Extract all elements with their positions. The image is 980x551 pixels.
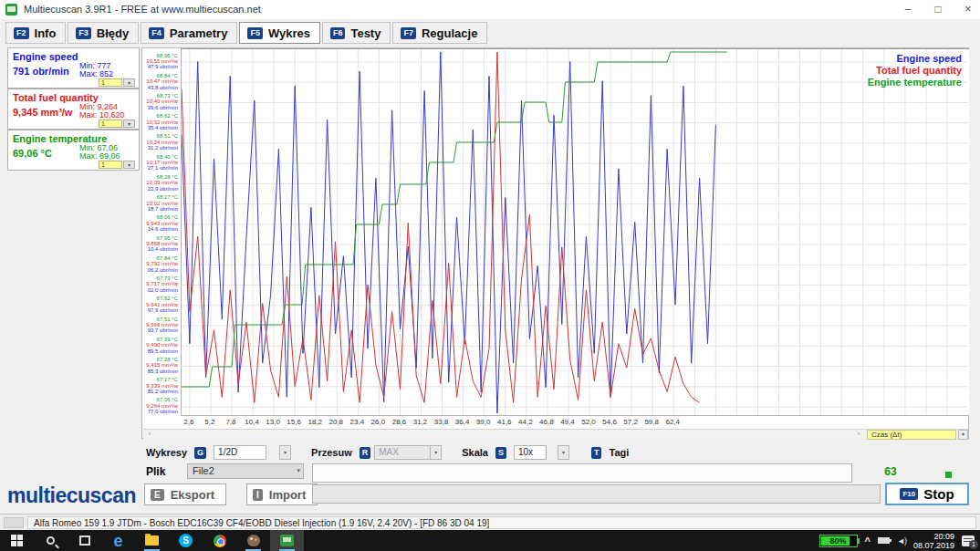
- import-label: Import: [269, 488, 306, 502]
- notification-badge: 1: [969, 540, 978, 549]
- x-tick-label: 5,2: [204, 418, 214, 426]
- x-tick-label: 49,4: [560, 418, 575, 426]
- tab-błędy[interactable]: F3Błędy: [68, 22, 139, 44]
- wykresy-label: Wykresy: [146, 447, 187, 458]
- y-tick-group: 68,40 °C10,17 mm³/w27,1 obr/min: [142, 154, 178, 172]
- title-bar: Multiecuscan 3.9R1 - FREE at www.multiec…: [0, 0, 980, 19]
- x-tick-label: 7,8: [225, 418, 235, 426]
- plot-area[interactable]: Engine speedTotal fuel quantityEngine te…: [181, 48, 969, 416]
- group-select[interactable]: 1: [99, 78, 122, 87]
- tab-label: Regulacje: [422, 26, 477, 40]
- parameter-value: 9,345 mm³/w: [13, 107, 72, 118]
- group-select-arrow-icon[interactable]: ▾: [123, 120, 135, 128]
- y-tick-label: 77,0 obr/min: [142, 409, 178, 414]
- tab-bar: F2InfoF3BłędyF4ParametryF5WykresF6TestyF…: [5, 20, 489, 44]
- y-tick-group: 67,06 °C9,264 mm³/w77,0 obr/min: [142, 397, 178, 414]
- legend-engine-speed: Engine speed: [868, 53, 962, 65]
- tab-wykres[interactable]: F5Wykres: [239, 22, 320, 44]
- scroll-right-icon[interactable]: ›: [853, 430, 864, 439]
- tab-regulacje[interactable]: F7Regulacje: [392, 22, 487, 44]
- series-engine-speed: [182, 52, 715, 413]
- tab-key-badge: F6: [330, 27, 346, 39]
- x-tick-label: 62,4: [665, 418, 680, 426]
- scroll-left-icon[interactable]: ‹: [144, 430, 155, 439]
- parameter-max: Max: 69,06: [79, 151, 120, 161]
- przesuw-key-badge: R: [360, 447, 371, 459]
- tab-parametry[interactable]: F4Parametry: [141, 22, 237, 44]
- y-tick-label: 9,717 mm³/w: [142, 281, 178, 286]
- x-tick-label: 52,0: [581, 418, 596, 426]
- y-tick-group: 68,17 °C10,02 mm³/w18,7 obr/min: [142, 194, 178, 212]
- group-select-arrow-icon[interactable]: ▾: [123, 78, 135, 87]
- x-tick-label: 57,2: [623, 418, 638, 426]
- skala-select-arrow-icon[interactable]: ▾: [558, 445, 569, 460]
- edge-button[interactable]: e: [101, 530, 135, 551]
- skala-select[interactable]: 10x: [514, 445, 547, 460]
- group-select[interactable]: 1: [99, 161, 122, 169]
- y-tick-group: 67,84 °C9,792 mm³/w06,2 obr/min: [142, 255, 178, 273]
- x-tick-label: 20,8: [328, 418, 343, 426]
- tab-label: Testy: [350, 26, 381, 40]
- status-bar: Alfa Romeo 159 1.9 JTDm - Bosch EDC16C39…: [0, 514, 980, 530]
- close-button[interactable]: ×: [954, 2, 980, 17]
- y-tick-group: 67,39 °C9,490 mm³/w89,5 obr/min: [142, 337, 178, 354]
- paint-button[interactable]: [236, 530, 270, 551]
- wykresy-select[interactable]: 1/2D: [214, 445, 266, 460]
- chart-controls: Wykresy G 1/2D ▾ Przesuw R MAX ▾ Skala S…: [146, 444, 629, 461]
- eksport-button[interactable]: E Eksport: [144, 483, 226, 505]
- battery-widget[interactable]: 80%: [819, 535, 858, 547]
- file-select[interactable]: File2▾: [187, 463, 304, 479]
- przesuw-select-arrow-icon[interactable]: ▾: [430, 445, 442, 460]
- tab-key-badge: F2: [14, 27, 29, 39]
- x-tick-label: 13,0: [266, 418, 280, 426]
- y-tick-label: 97,9 obr/min: [142, 307, 178, 313]
- tag-info-box: [312, 463, 852, 483]
- maximize-button[interactable]: □: [924, 2, 952, 17]
- przesuw-select[interactable]: MAX: [374, 445, 431, 460]
- tab-info[interactable]: F2Info: [5, 22, 66, 44]
- y-tick-label: 06,2 obr/min: [142, 267, 178, 273]
- task-view-button[interactable]: [68, 530, 101, 551]
- stop-button[interactable]: F10 Stop: [885, 483, 969, 505]
- skype-button[interactable]: S: [169, 530, 203, 551]
- parameter-value: 69,06 °C: [13, 148, 52, 159]
- x-axis-select[interactable]: Czas (Δt): [867, 430, 956, 440]
- hidden-icons-chevron-icon[interactable]: ^: [865, 535, 871, 546]
- notification-icon[interactable]: 1: [962, 535, 975, 546]
- x-axis-select-arrow-icon[interactable]: ▾: [958, 430, 968, 440]
- y-tick-group: 67,73 °C9,717 mm³/w02,0 obr/min: [142, 276, 178, 293]
- x-tick-label: 31,2: [413, 418, 428, 426]
- tab-key-badge: F4: [149, 27, 164, 39]
- battery-icon[interactable]: [878, 537, 890, 544]
- x-tick-label: 2,6: [183, 418, 193, 426]
- minimize-button[interactable]: –: [894, 2, 922, 17]
- search-button[interactable]: [34, 530, 68, 551]
- wykresy-select-arrow-icon[interactable]: ▾: [279, 445, 291, 460]
- group-select[interactable]: 1: [99, 120, 122, 128]
- group-select-arrow-icon[interactable]: ▾: [123, 161, 135, 169]
- start-button[interactable]: [0, 530, 34, 551]
- tagi-button[interactable]: Tagi: [609, 447, 629, 458]
- file-explorer-button[interactable]: [135, 530, 169, 551]
- chrome-button[interactable]: [203, 530, 236, 551]
- parameter-card-total-fuel-quantity: Total fuel quantity9,345 mm³/wMin: 9,264…: [7, 88, 140, 130]
- przesuw-label: Przesuw: [311, 447, 352, 458]
- system-tray: 80% ^ ◄) 20:09 08.07.2019 1: [819, 530, 980, 551]
- clock[interactable]: 20:09 08.07.2019: [913, 532, 954, 550]
- parameter-panel: Engine speed791 obr/minMin: 777Max: 8521…: [7, 47, 140, 171]
- x-tick-label: 23,4: [350, 418, 365, 426]
- y-tick-group: 67,28 °C9,415 mm³/w85,3 obr/min: [142, 357, 178, 374]
- import-button[interactable]: I Import: [246, 483, 318, 505]
- y-tick-group: 67,51 °C9,566 mm³/w93,7 obr/min: [142, 317, 178, 334]
- tab-testy[interactable]: F6Testy: [322, 22, 391, 44]
- multiecuscan-taskbar-button[interactable]: [270, 530, 304, 551]
- chart-hscrollbar[interactable]: ‹ › Czas (Δt) ▾: [143, 429, 968, 439]
- y-tick-label: 81,2 obr/min: [142, 389, 178, 394]
- tagi-key-badge: T: [591, 447, 602, 459]
- stop-key-badge: F10: [900, 488, 918, 500]
- parameter-value: 791 obr/min: [13, 66, 69, 77]
- tab-label: Błędy: [97, 26, 129, 40]
- speaker-icon[interactable]: ◄): [897, 536, 906, 546]
- search-icon: [47, 536, 55, 545]
- y-tick-label: 27,1 obr/min: [142, 165, 178, 171]
